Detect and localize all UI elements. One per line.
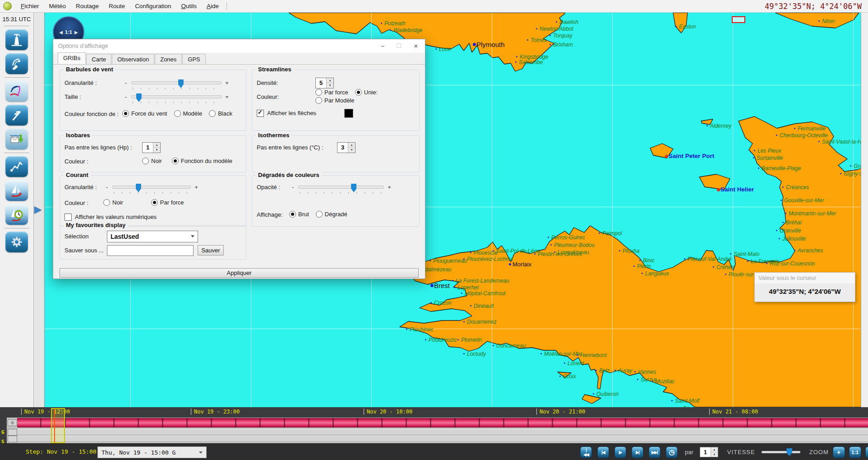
radio-brut[interactable]: Brut <box>289 211 309 218</box>
routing-lane[interactable] <box>17 436 868 442</box>
arrow-color-swatch[interactable] <box>344 109 353 118</box>
boat-scenario-button[interactable] <box>5 204 28 225</box>
dialog-titlebar[interactable]: Options d'affichage – ☐ × <box>53 39 425 53</box>
tab-carte[interactable]: Carte <box>86 54 111 64</box>
zoom-in-button[interactable]: + <box>833 446 845 458</box>
spin-up-icon[interactable]: ▲ <box>327 78 333 84</box>
rotate-right-icon[interactable]: ▶ <box>74 30 78 35</box>
bottom-controls: Step: Nov 19 - 15:00 Thu, Nov 19 - 15:00… <box>0 443 868 460</box>
step-multiplier-spinbox[interactable]: 1 ▲▼ <box>700 447 718 457</box>
step-back-button[interactable]: |◀ <box>597 446 609 458</box>
radio-par-force[interactable]: Par force <box>315 89 348 96</box>
selection-rect <box>732 16 745 23</box>
tab-zones[interactable]: Zones <box>155 54 182 64</box>
radio-force-du-vent[interactable]: Force du vent <box>122 110 167 117</box>
close-icon[interactable]: × <box>408 39 424 53</box>
isobar-step-spinbox[interactable]: 1 ▲▼ <box>142 142 161 153</box>
current-granularity-slider[interactable] <box>112 186 191 189</box>
maximize-icon[interactable]: ☐ <box>391 39 407 53</box>
satellite-data-button[interactable] <box>5 53 28 74</box>
zoom-reset-button[interactable]: 1:1 <box>849 446 861 458</box>
weather-station-button[interactable] <box>5 29 28 50</box>
radio-par-force[interactable]: Par force <box>151 199 184 206</box>
place-label: Plouha <box>623 248 639 254</box>
spin-up-icon[interactable]: ▲ <box>711 447 718 452</box>
menu-fichier[interactable]: Fichier <box>16 3 44 9</box>
boat-routing-button[interactable] <box>5 180 28 201</box>
menu-configuration[interactable]: Configuration <box>130 3 176 9</box>
place-label: Belz <box>599 367 609 374</box>
numeric-values-checkbox[interactable] <box>65 214 72 221</box>
place-dot <box>794 128 795 129</box>
minimize-icon[interactable]: – <box>374 39 391 53</box>
zoom-out-button[interactable]: − <box>865 446 868 458</box>
tab-gps[interactable]: GPS <box>182 54 205 64</box>
play-button[interactable]: ▶ <box>614 446 626 458</box>
grib-row-box[interactable]: ◎ <box>8 419 17 426</box>
menu-aide[interactable]: Aide <box>202 3 224 9</box>
spin-down-icon[interactable]: ▼ <box>153 148 160 153</box>
density-spinbox[interactable]: 5 ▲▼ <box>315 78 334 88</box>
wind-granularity-slider[interactable] <box>131 81 222 84</box>
save-button[interactable]: Sauver <box>198 245 224 256</box>
save-as-input[interactable] <box>107 245 194 256</box>
radio-d-grad-[interactable]: Dégradé <box>316 211 347 218</box>
menu-routage[interactable]: Routage <box>71 3 104 9</box>
boatroute-icon <box>9 183 24 198</box>
place-dot <box>527 39 528 41</box>
tab-gribs[interactable]: GRIBs <box>58 52 86 64</box>
radio-unie-[interactable]: Unie: <box>355 89 378 96</box>
place-label: Brixham <box>553 42 573 48</box>
expand-panel-icon[interactable]: ▶ <box>34 204 42 215</box>
time-cursor[interactable] <box>51 408 65 443</box>
rotate-left-icon[interactable]: ◀ <box>59 30 63 35</box>
time-clock-button[interactable]: ◷ <box>666 446 678 458</box>
weather-fronts-button[interactable] <box>5 81 28 102</box>
wind-barbs-button[interactable] <box>5 105 28 125</box>
menu-météo[interactable]: Météo <box>44 3 71 9</box>
settings-button[interactable] <box>5 232 28 252</box>
radio-noir[interactable]: Noir <box>142 158 162 164</box>
radio-fonction-du-mod-le[interactable]: Fonction du modèle <box>172 158 232 164</box>
radio-mod-le[interactable]: Modèle <box>174 110 203 117</box>
isotherm-step-spinbox[interactable]: 3 ▲▼ <box>337 142 356 153</box>
place-dot <box>390 29 391 31</box>
place-label: Niton <box>822 18 835 24</box>
menu-outils[interactable]: Outils <box>176 3 202 9</box>
timeline[interactable]: Nov 19 - 12:00Nov 19 - 23:00Nov 20 - 10:… <box>0 407 868 443</box>
grib-coverage-bar[interactable] <box>17 418 868 427</box>
speed-slider[interactable] <box>762 451 800 453</box>
spin-up-icon[interactable]: ▲ <box>153 143 160 148</box>
spin-down-icon[interactable]: ▼ <box>348 148 355 153</box>
place-dot <box>754 150 755 151</box>
time-step-select[interactable]: Thu, Nov 19 - 15:00 G <box>97 446 207 458</box>
opacity-slider[interactable] <box>298 186 384 189</box>
radio-par-mod-le[interactable]: Par Modèle <box>315 97 354 104</box>
place-dot <box>470 305 471 307</box>
show-arrows-checkbox[interactable] <box>257 110 264 117</box>
route-module-button[interactable] <box>5 156 28 177</box>
dialog-tabs: GRIBsCarteObservationZonesGPS <box>53 53 425 64</box>
grib-download-button[interactable] <box>5 129 28 149</box>
menu-route[interactable]: Route <box>104 3 130 9</box>
routing-row-box[interactable] <box>8 436 17 442</box>
favourites-select[interactable]: LastUsed <box>107 231 198 242</box>
spin-up-icon[interactable]: ▲ <box>348 143 355 148</box>
skip-to-end-button[interactable]: ▶▶| <box>649 446 660 458</box>
tab-observation[interactable]: Observation <box>112 54 154 64</box>
skip-to-start-button[interactable]: |◀◀ <box>580 446 592 458</box>
place-label: Salcombe <box>519 59 543 65</box>
radio-noir[interactable]: Noir <box>103 199 123 206</box>
wind-size-slider[interactable] <box>131 95 222 98</box>
apply-button[interactable]: Appliquer <box>60 268 419 278</box>
scenario-row-box[interactable] <box>8 429 17 436</box>
spin-down-icon[interactable]: ▼ <box>327 83 333 88</box>
utc-clock: 15:31 UTC <box>0 16 33 23</box>
step-forward-button[interactable]: ▶| <box>632 446 643 458</box>
compass-zoom-label[interactable]: 1:1 <box>65 29 72 35</box>
panel-splitter[interactable]: ▶ <box>33 13 45 407</box>
place-label: Plymouth <box>476 41 505 48</box>
spin-down-icon[interactable]: ▼ <box>711 452 718 457</box>
scenario-lane[interactable] <box>17 429 868 435</box>
radio-black[interactable]: Black <box>209 110 232 117</box>
